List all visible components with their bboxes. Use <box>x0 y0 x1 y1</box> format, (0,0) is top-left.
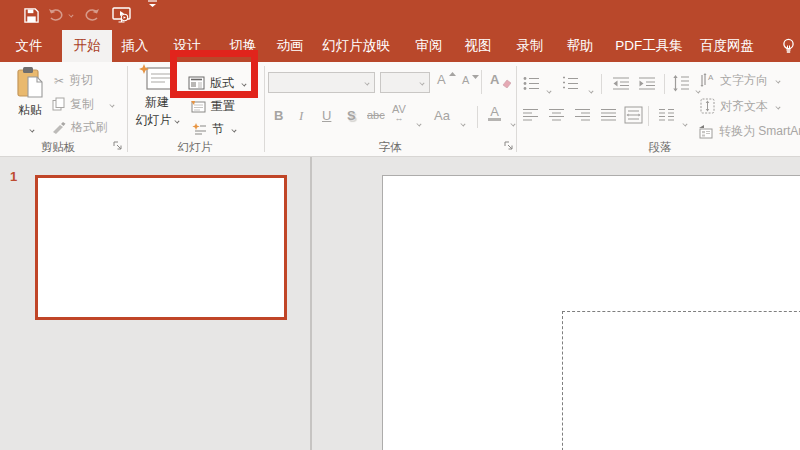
tab-pdf-tools[interactable]: PDF工具集 <box>607 30 691 62</box>
section-button[interactable]: 节 <box>192 120 236 138</box>
tab-view[interactable]: 视图 <box>456 30 500 62</box>
convert-to-smartart-label: 转换为 SmartArt <box>719 123 800 140</box>
italic-button[interactable]: I <box>299 108 303 124</box>
tab-file[interactable]: 文件 <box>7 30 51 62</box>
copy-button[interactable]: 复制 <box>52 95 114 113</box>
underline-button[interactable]: U <box>322 108 331 123</box>
bold-button[interactable]: B <box>274 108 283 123</box>
increase-indent-icon[interactable] <box>638 76 656 91</box>
align-left-icon[interactable] <box>522 108 539 123</box>
cut-label: 剪切 <box>69 72 93 89</box>
shrink-font-arrow-icon <box>472 73 479 79</box>
columns-dropdown-icon[interactable] <box>680 114 687 132</box>
new-slide-label-line1: 新建 <box>145 94 169 111</box>
cut-button[interactable]: ✂ 剪切 <box>54 72 93 89</box>
bullets-icon[interactable] <box>523 76 540 91</box>
grow-font-arrow-icon <box>449 72 456 78</box>
copy-dropdown-icon <box>107 95 114 113</box>
clear-formatting-eraser-icon <box>501 79 511 88</box>
tab-home[interactable]: 开始 <box>62 30 112 62</box>
numbering-dropdown-icon[interactable] <box>586 81 593 99</box>
tab-baidu-netdisk[interactable]: 百度网盘 <box>692 30 762 62</box>
font-size-combobox[interactable] <box>380 72 430 93</box>
line-spacing-icon[interactable] <box>672 75 690 92</box>
reset-icon <box>190 100 206 114</box>
line-spacing-dropdown-icon[interactable] <box>693 81 700 99</box>
change-case-dropdown-icon <box>458 114 465 132</box>
text-placeholder-dashed-outline[interactable] <box>562 311 800 450</box>
character-spacing-arrow: ↔ <box>394 114 403 123</box>
tab-animations[interactable]: 动画 <box>268 30 312 62</box>
text-direction-button[interactable]: A 文字方向 <box>700 71 780 89</box>
start-slideshow-icon[interactable] <box>112 0 131 30</box>
align-center-icon[interactable] <box>548 108 565 123</box>
slide-thumbnail-selected[interactable] <box>35 175 287 320</box>
ribbon-tab-bar: 文件 开始 插入 设计 切换 动画 幻灯片放映 审阅 视图 录制 帮助 PDF工… <box>0 30 800 62</box>
change-case-label: Aa <box>434 108 450 123</box>
undo-dropdown-icon[interactable] <box>66 0 73 30</box>
reset-label: 重置 <box>211 98 235 115</box>
slide-number-label: 1 <box>10 169 17 184</box>
section-icon <box>192 122 207 136</box>
shrink-font-label: A <box>462 74 469 86</box>
align-text-button[interactable]: 对齐文本 <box>700 97 780 115</box>
text-direction-dropdown-icon <box>773 71 780 89</box>
font-size-dropdown-icon <box>419 80 424 85</box>
font-color-button[interactable]: A <box>488 106 501 121</box>
font-color-dropdown-icon <box>508 114 515 132</box>
align-text-icon <box>700 98 715 114</box>
font-name-dropdown-icon <box>364 80 369 85</box>
align-text-dropdown-icon <box>773 97 780 115</box>
tab-slideshow[interactable]: 幻灯片放映 <box>316 30 396 62</box>
align-text-label: 对齐文本 <box>720 98 768 115</box>
tab-record[interactable]: 录制 <box>508 30 552 62</box>
text-shadow-button[interactable]: S <box>347 108 356 123</box>
redo-icon[interactable] <box>84 0 100 30</box>
bullets-dropdown-icon[interactable] <box>544 81 551 99</box>
clear-formatting-button[interactable]: A <box>490 71 511 88</box>
copy-icon <box>52 97 65 111</box>
clipboard-dialog-launcher-icon[interactable] <box>113 141 123 151</box>
align-right-icon[interactable] <box>574 108 591 123</box>
clipboard-group-label: 剪贴板 <box>6 140 110 155</box>
convert-to-smartart-button[interactable]: 转换为 SmartArt <box>698 123 800 140</box>
reset-button[interactable]: 重置 <box>190 98 235 115</box>
font-color-label: A <box>490 106 499 118</box>
tab-help[interactable]: 帮助 <box>558 30 602 62</box>
undo-icon[interactable] <box>48 0 64 30</box>
tell-me-lightbulb-icon[interactable] <box>781 38 796 55</box>
font-name-combobox[interactable] <box>268 72 375 93</box>
paste-clipboard-icon <box>16 66 44 98</box>
shrink-font-button[interactable]: A <box>462 74 479 86</box>
ribbon: 粘贴 ✂ 剪切 复制 格式刷 剪贴板 新建 幻灯片 <box>0 62 800 157</box>
paste-label: 粘贴 <box>18 102 42 119</box>
cut-scissors-icon: ✂ <box>54 74 64 88</box>
format-painter-button[interactable]: 格式刷 <box>52 119 107 136</box>
annotation-highlight-box <box>170 50 258 98</box>
title-bar <box>0 0 800 30</box>
change-case-button[interactable]: Aa <box>434 108 450 123</box>
numbering-icon[interactable] <box>562 76 579 91</box>
pane-splitter[interactable] <box>310 157 312 450</box>
tab-insert[interactable]: 插入 <box>113 30 157 62</box>
format-painter-label: 格式刷 <box>71 119 107 136</box>
strikethrough-button[interactable]: abc <box>367 109 385 121</box>
distribute-text-icon[interactable] <box>624 106 643 124</box>
copy-label: 复制 <box>70 96 94 113</box>
convert-to-smartart-icon <box>698 124 714 139</box>
section-dropdown-icon <box>229 120 236 138</box>
grow-font-button[interactable]: A <box>437 72 456 87</box>
character-spacing-button[interactable]: AV ↔ <box>392 105 406 123</box>
save-icon[interactable] <box>24 0 39 30</box>
justify-icon[interactable] <box>600 108 617 123</box>
tab-review[interactable]: 审阅 <box>407 30 451 62</box>
paragraph-group-label: 段落 <box>560 140 760 155</box>
columns-icon[interactable] <box>658 108 675 123</box>
font-dialog-launcher-icon[interactable] <box>504 141 514 151</box>
new-slide-dropdown-icon <box>172 111 179 129</box>
grow-font-label: A <box>437 72 446 87</box>
character-spacing-dropdown-icon <box>414 114 421 132</box>
decrease-indent-icon[interactable] <box>612 76 630 91</box>
paste-button[interactable]: 粘贴 <box>8 66 52 138</box>
customize-qat-icon[interactable] <box>148 0 157 30</box>
